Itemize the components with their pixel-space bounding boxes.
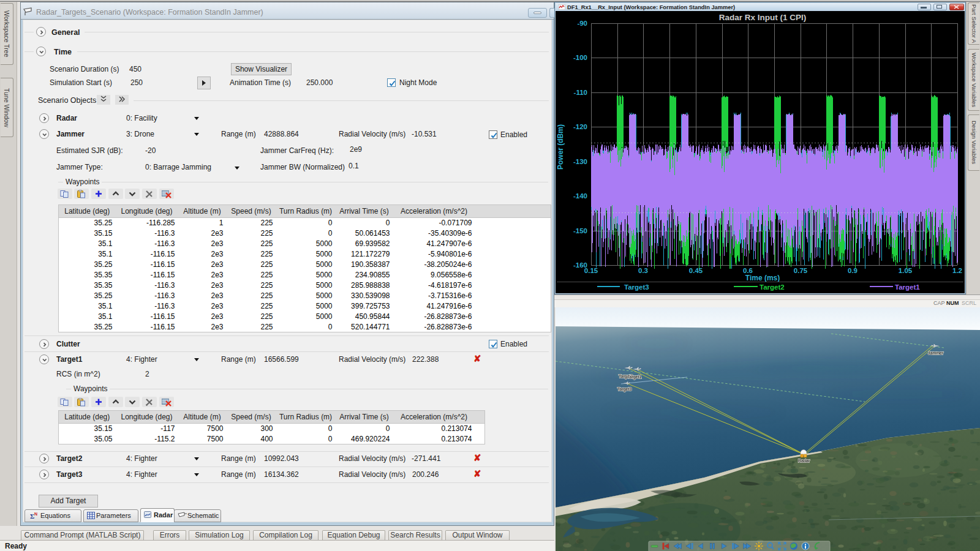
svg-text:Power (dBm): Power (dBm) [556,124,565,170]
svg-text:-100: -100 [573,54,587,61]
svg-text:0.15: 0.15 [584,267,598,274]
svg-text:1.05: 1.05 [899,267,913,274]
svg-text:Time (ms): Time (ms) [745,274,780,282]
svg-text:-140: -140 [573,192,587,200]
svg-text:Radar Rx Input (1 CPI): Radar Rx Input (1 CPI) [719,13,807,22]
svg-text:-110: -110 [574,89,587,96]
svg-text:0.75: 0.75 [794,267,808,274]
svg-text:Jammer: Jammer [928,351,944,355]
svg-text:-150: -150 [573,227,587,234]
svg-text:Target3: Target3 [617,387,631,392]
svg-text:0.45: 0.45 [689,267,703,274]
svg-text:Target1: Target1 [627,375,641,380]
svg-text:-130: -130 [573,158,587,165]
svg-text:Radar: Radar [798,459,810,463]
svg-text:Target2: Target2 [760,283,785,291]
svg-text:Target3: Target3 [624,283,649,291]
svg-text:0.9: 0.9 [848,267,858,274]
svg-text:1.2: 1.2 [952,267,962,274]
svg-text:N: N [34,512,37,516]
svg-text:-90: -90 [577,20,587,27]
svg-text:0.3: 0.3 [638,267,648,274]
svg-text:Target1: Target1 [895,283,920,291]
svg-text:-120: -120 [573,123,587,130]
